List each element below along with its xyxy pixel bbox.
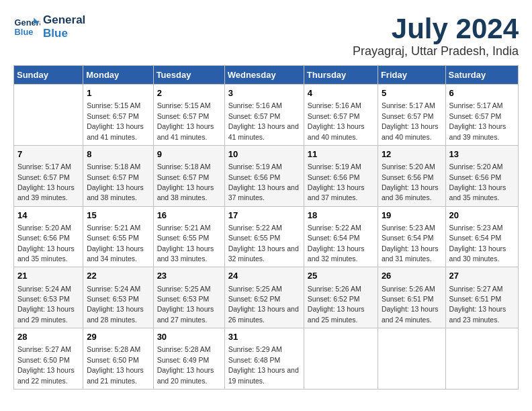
- day-cell: 11 Sunrise: 5:19 AMSunset: 6:56 PMDaylig…: [304, 145, 378, 206]
- day-info: Sunrise: 5:15 AMSunset: 6:57 PMDaylight:…: [157, 101, 214, 140]
- day-info: Sunrise: 5:24 AMSunset: 6:53 PMDaylight:…: [17, 285, 75, 324]
- day-cell: 16 Sunrise: 5:21 AMSunset: 6:55 PMDaylig…: [153, 206, 224, 267]
- day-info: Sunrise: 5:17 AMSunset: 6:57 PMDaylight:…: [449, 101, 506, 140]
- logo-line2: Blue: [43, 27, 68, 40]
- week-row-3: 14 Sunrise: 5:20 AMSunset: 6:56 PMDaylig…: [14, 206, 519, 267]
- day-number: 17: [228, 210, 300, 222]
- day-number: 14: [17, 210, 79, 222]
- day-info: Sunrise: 5:27 AMSunset: 6:50 PMDaylight:…: [17, 345, 75, 384]
- day-number: 27: [449, 270, 515, 282]
- day-info: Sunrise: 5:27 AMSunset: 6:51 PMDaylight:…: [449, 285, 506, 324]
- page-header: General Blue General Blue July 2024 Pray…: [13, 13, 519, 58]
- title-section: July 2024 Prayagraj, Uttar Pradesh, Indi…: [353, 13, 519, 58]
- day-info: Sunrise: 5:26 AMSunset: 6:51 PMDaylight:…: [382, 285, 439, 324]
- day-number: 19: [382, 210, 442, 222]
- col-header-wednesday: Wednesday: [224, 66, 304, 85]
- day-cell: 7 Sunrise: 5:17 AMSunset: 6:57 PMDayligh…: [14, 145, 83, 206]
- col-header-friday: Friday: [378, 66, 445, 85]
- day-number: 31: [228, 331, 300, 343]
- day-info: Sunrise: 5:23 AMSunset: 6:54 PMDaylight:…: [382, 224, 439, 263]
- day-number: 4: [308, 87, 374, 99]
- week-row-2: 7 Sunrise: 5:17 AMSunset: 6:57 PMDayligh…: [14, 145, 519, 206]
- day-number: 8: [87, 148, 149, 161]
- day-info: Sunrise: 5:26 AMSunset: 6:52 PMDaylight:…: [308, 285, 365, 324]
- day-info: Sunrise: 5:16 AMSunset: 6:57 PMDaylight:…: [308, 101, 365, 140]
- day-number: 2: [157, 87, 221, 99]
- day-cell: 13 Sunrise: 5:20 AMSunset: 6:56 PMDaylig…: [445, 145, 518, 206]
- day-cell: [378, 328, 445, 390]
- col-header-saturday: Saturday: [445, 66, 518, 85]
- day-cell: 27 Sunrise: 5:27 AMSunset: 6:51 PMDaylig…: [445, 267, 518, 328]
- day-cell: 19 Sunrise: 5:23 AMSunset: 6:54 PMDaylig…: [378, 206, 445, 267]
- col-header-tuesday: Tuesday: [153, 66, 224, 85]
- svg-text:Blue: Blue: [15, 27, 34, 37]
- day-number: 7: [17, 148, 79, 161]
- day-info: Sunrise: 5:22 AMSunset: 6:54 PMDaylight:…: [308, 224, 365, 263]
- day-number: 30: [157, 331, 221, 343]
- day-info: Sunrise: 5:25 AMSunset: 6:52 PMDaylight:…: [228, 285, 299, 324]
- col-header-thursday: Thursday: [304, 66, 378, 85]
- day-cell: 2 Sunrise: 5:15 AMSunset: 6:57 PMDayligh…: [153, 85, 224, 146]
- day-number: 25: [308, 270, 374, 282]
- day-info: Sunrise: 5:29 AMSunset: 6:48 PMDaylight:…: [228, 345, 299, 384]
- day-number: 22: [87, 270, 149, 282]
- day-number: 21: [17, 270, 79, 282]
- location-subtitle: Prayagraj, Uttar Pradesh, India: [353, 44, 519, 58]
- day-info: Sunrise: 5:28 AMSunset: 6:50 PMDaylight:…: [87, 345, 144, 384]
- day-info: Sunrise: 5:18 AMSunset: 6:57 PMDaylight:…: [87, 163, 144, 201]
- day-info: Sunrise: 5:20 AMSunset: 6:56 PMDaylight:…: [17, 224, 75, 263]
- day-number: 12: [382, 148, 442, 161]
- day-cell: 17 Sunrise: 5:22 AMSunset: 6:55 PMDaylig…: [224, 206, 304, 267]
- day-info: Sunrise: 5:19 AMSunset: 6:56 PMDaylight:…: [228, 163, 299, 201]
- day-number: 1: [87, 87, 149, 99]
- day-number: 11: [308, 148, 374, 161]
- day-number: 29: [87, 331, 149, 343]
- day-cell: 30 Sunrise: 5:28 AMSunset: 6:49 PMDaylig…: [153, 328, 224, 390]
- day-info: Sunrise: 5:21 AMSunset: 6:55 PMDaylight:…: [157, 224, 214, 263]
- header-row: SundayMondayTuesdayWednesdayThursdayFrid…: [14, 66, 519, 85]
- day-cell: 28 Sunrise: 5:27 AMSunset: 6:50 PMDaylig…: [14, 328, 83, 390]
- logo: General Blue General Blue: [13, 13, 85, 41]
- day-number: 18: [308, 210, 374, 222]
- day-number: 26: [382, 270, 442, 282]
- day-cell: 12 Sunrise: 5:20 AMSunset: 6:56 PMDaylig…: [378, 145, 445, 206]
- day-info: Sunrise: 5:17 AMSunset: 6:57 PMDaylight:…: [382, 101, 439, 140]
- day-info: Sunrise: 5:25 AMSunset: 6:53 PMDaylight:…: [157, 285, 214, 324]
- day-info: Sunrise: 5:20 AMSunset: 6:56 PMDaylight:…: [449, 163, 506, 201]
- day-cell: 18 Sunrise: 5:22 AMSunset: 6:54 PMDaylig…: [304, 206, 378, 267]
- day-cell: [304, 328, 378, 390]
- day-cell: 21 Sunrise: 5:24 AMSunset: 6:53 PMDaylig…: [14, 267, 83, 328]
- day-info: Sunrise: 5:18 AMSunset: 6:57 PMDaylight:…: [157, 163, 214, 201]
- logo-line1: General: [43, 13, 85, 27]
- day-info: Sunrise: 5:24 AMSunset: 6:53 PMDaylight:…: [87, 285, 144, 324]
- day-info: Sunrise: 5:15 AMSunset: 6:57 PMDaylight:…: [87, 101, 144, 140]
- day-number: 24: [228, 270, 300, 282]
- day-cell: 26 Sunrise: 5:26 AMSunset: 6:51 PMDaylig…: [378, 267, 445, 328]
- logo-icon: General Blue: [13, 13, 40, 40]
- day-number: 16: [157, 210, 221, 222]
- day-info: Sunrise: 5:19 AMSunset: 6:56 PMDaylight:…: [308, 163, 365, 201]
- day-number: 6: [449, 87, 515, 99]
- day-cell: 24 Sunrise: 5:25 AMSunset: 6:52 PMDaylig…: [224, 267, 304, 328]
- day-cell: 20 Sunrise: 5:23 AMSunset: 6:54 PMDaylig…: [445, 206, 518, 267]
- day-number: 3: [228, 87, 300, 99]
- day-cell: 9 Sunrise: 5:18 AMSunset: 6:57 PMDayligh…: [153, 145, 224, 206]
- day-info: Sunrise: 5:16 AMSunset: 6:57 PMDaylight:…: [228, 101, 299, 140]
- day-cell: 29 Sunrise: 5:28 AMSunset: 6:50 PMDaylig…: [83, 328, 153, 390]
- day-info: Sunrise: 5:22 AMSunset: 6:55 PMDaylight:…: [228, 224, 299, 263]
- day-cell: [445, 328, 518, 390]
- day-cell: 23 Sunrise: 5:25 AMSunset: 6:53 PMDaylig…: [153, 267, 224, 328]
- day-number: 28: [17, 331, 79, 343]
- week-row-4: 21 Sunrise: 5:24 AMSunset: 6:53 PMDaylig…: [14, 267, 519, 328]
- day-cell: 6 Sunrise: 5:17 AMSunset: 6:57 PMDayligh…: [445, 85, 518, 146]
- day-cell: 14 Sunrise: 5:20 AMSunset: 6:56 PMDaylig…: [14, 206, 83, 267]
- col-header-sunday: Sunday: [14, 66, 83, 85]
- day-cell: 15 Sunrise: 5:21 AMSunset: 6:55 PMDaylig…: [83, 206, 153, 267]
- day-number: 9: [157, 148, 221, 161]
- day-number: 23: [157, 270, 221, 282]
- calendar-table: SundayMondayTuesdayWednesdayThursdayFrid…: [13, 65, 519, 390]
- day-number: 10: [228, 148, 300, 161]
- day-cell: 4 Sunrise: 5:16 AMSunset: 6:57 PMDayligh…: [304, 85, 378, 146]
- day-number: 13: [449, 148, 515, 161]
- day-number: 15: [87, 210, 149, 222]
